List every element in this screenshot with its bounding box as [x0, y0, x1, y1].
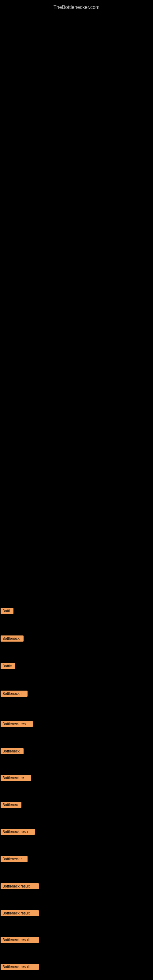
bottleneck-result-label: Bottleneck result: [1, 937, 39, 943]
bottleneck-result-label: Bottleneck resu: [1, 829, 35, 835]
bottleneck-result-label: Bottleneck res: [1, 721, 33, 727]
bottleneck-result-label: Bottleneck result: [1, 910, 39, 916]
bottleneck-result-label: Bottle: [1, 663, 15, 669]
bottleneck-result-label: Bottleneck result: [1, 964, 39, 970]
bottleneck-result-label: Bottleneck result: [1, 883, 39, 889]
bottleneck-result-label: Bottleneck: [1, 635, 24, 641]
bottleneck-result-label: Bottleneck r: [1, 856, 27, 862]
bottleneck-result-label: Bottleneck r: [1, 690, 27, 697]
bottleneck-result-label: Bottlenec: [1, 802, 21, 808]
site-title: TheBottlenecker.com: [0, 2, 153, 13]
bottleneck-result-label: Bottleneck re: [1, 775, 31, 781]
bottleneck-result-label: Bottl: [1, 608, 13, 614]
bottleneck-result-label: Bottleneck: [1, 748, 24, 754]
